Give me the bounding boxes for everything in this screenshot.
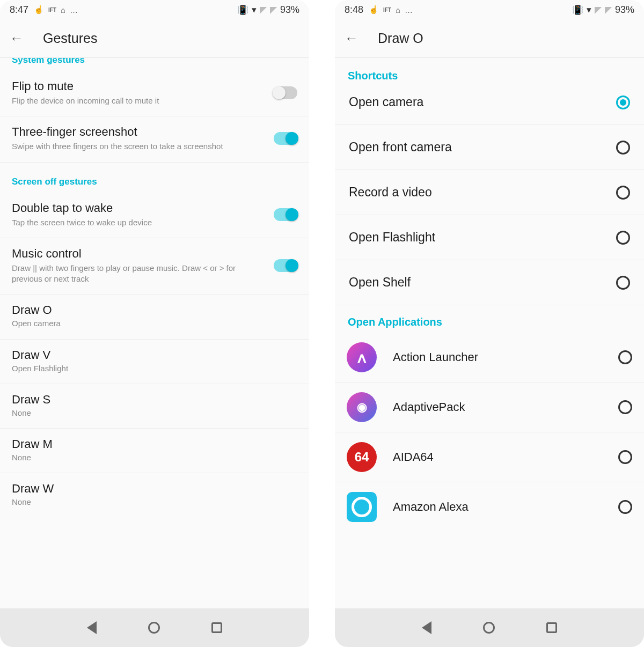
app-bar: ← Draw O (335, 19, 644, 58)
touch-icon: ☝ (369, 5, 379, 14)
shortcut-open-flashlight[interactable]: Open Flashlight (335, 215, 644, 260)
app-icon-aida64: 64 (347, 442, 377, 472)
row-subtitle: None (12, 497, 297, 508)
page-title: Gestures (43, 31, 97, 46)
touch-icon: ☝ (34, 5, 44, 14)
app-label: Action Launcher (393, 350, 609, 364)
home-icon: ⌂ (396, 5, 400, 14)
row-subtitle: Open camera (12, 318, 297, 329)
section-screen-off: Screen off gestures (0, 163, 309, 193)
row-music-control[interactable]: Music control Draw || with two fingers t… (0, 238, 309, 295)
nav-bar (335, 608, 644, 647)
app-aida64[interactable]: 64 AIDA64 (335, 432, 644, 482)
section-system-gestures: System gestures (0, 58, 309, 71)
radio[interactable] (616, 231, 630, 245)
page-title: Draw O (378, 31, 423, 46)
nav-recents-icon[interactable] (546, 622, 557, 633)
row-subtitle: Swipe with three fingers on the screen t… (12, 141, 264, 152)
status-bar: 8:47 ☝ IFT ⌂ … 📳 ▾ ◤ ◤ 93% (0, 0, 309, 19)
wifi-icon: ▾ (587, 4, 591, 16)
sim2-icon: ◤ (270, 4, 277, 16)
sim2-icon: ◤ (605, 4, 612, 16)
back-icon[interactable]: ← (10, 30, 24, 47)
radio[interactable] (616, 186, 630, 200)
nav-recents-icon[interactable] (211, 622, 222, 633)
content-scroll[interactable]: Shortcuts Open camera Open front camera … (335, 58, 644, 647)
radio[interactable] (618, 450, 632, 464)
more-icon: … (70, 5, 78, 14)
row-draw-m[interactable]: Draw M None (0, 429, 309, 473)
row-title: Flip to mute (12, 79, 264, 93)
row-title: Draw O (12, 303, 297, 317)
app-action-launcher[interactable]: ᴧ Action Launcher (335, 333, 644, 383)
sim1-icon: ◤ (260, 4, 267, 16)
row-subtitle: None (12, 408, 297, 418)
row-draw-o[interactable]: Draw O Open camera (0, 295, 309, 339)
app-label: AIDA64 (393, 450, 609, 464)
row-title: Draw S (12, 393, 297, 407)
section-shortcuts: Shortcuts (335, 58, 644, 87)
row-title: Draw M (12, 437, 297, 451)
radio[interactable] (616, 141, 630, 155)
more-icon: … (405, 5, 413, 14)
app-bar: ← Gestures (0, 19, 309, 58)
row-subtitle: Draw || with two fingers to play or paus… (12, 263, 264, 285)
shortcut-label: Record a video (349, 185, 616, 200)
status-time: 8:48 (345, 4, 363, 16)
nav-back-icon[interactable] (422, 621, 431, 634)
status-time: 8:47 (10, 4, 28, 16)
row-title: Double tap to wake (12, 201, 264, 215)
shortcut-open-shelf[interactable]: Open Shelf (335, 260, 644, 305)
row-subtitle: Flip the device on incoming call to mute… (12, 95, 264, 106)
nav-home-icon[interactable] (483, 622, 495, 634)
radio[interactable] (616, 276, 630, 290)
radio[interactable] (618, 500, 632, 514)
toggle-music[interactable] (274, 259, 297, 272)
row-draw-s[interactable]: Draw S None (0, 384, 309, 429)
radio[interactable] (618, 350, 632, 364)
nav-home-icon[interactable] (148, 622, 160, 634)
toggle-flip[interactable] (274, 86, 297, 99)
row-draw-w[interactable]: Draw W None (0, 473, 309, 517)
row-double-tap[interactable]: Double tap to wake Tap the screen twice … (0, 193, 309, 238)
app-adaptivepack[interactable]: ◉ AdaptivePack (335, 383, 644, 432)
shortcut-label: Open front camera (349, 140, 616, 155)
radio[interactable] (618, 400, 632, 414)
home-icon: ⌂ (61, 5, 65, 14)
shortcut-open-front-camera[interactable]: Open front camera (335, 125, 644, 170)
status-notif-icons: ☝ IFT ⌂ … (34, 5, 78, 14)
section-open-apps: Open Applications (335, 305, 644, 333)
radio-selected[interactable] (616, 95, 630, 109)
battery-text: 93% (280, 4, 299, 16)
toggle-three-finger[interactable] (274, 132, 297, 145)
row-subtitle: None (12, 452, 297, 463)
status-notif-icons: ☝ IFT ⌂ … (369, 5, 413, 14)
shortcut-label: Open Flashlight (349, 230, 616, 245)
shortcut-record-video[interactable]: Record a video (335, 170, 644, 215)
row-subtitle: Tap the screen twice to wake up device (12, 217, 264, 228)
app-label: Amazon Alexa (393, 500, 609, 514)
content-scroll[interactable]: System gestures Flip to mute Flip the de… (0, 58, 309, 647)
phone-draw-o: 8:48 ☝ IFT ⌂ … 📳 ▾ ◤ ◤ 93% ← Draw O Shor… (335, 0, 644, 647)
toggle-double-tap[interactable] (274, 208, 297, 221)
shortcut-open-camera[interactable]: Open camera (335, 87, 644, 125)
back-icon[interactable]: ← (345, 30, 358, 47)
row-flip-to-mute[interactable]: Flip to mute Flip the device on incoming… (0, 71, 309, 116)
app-label: AdaptivePack (393, 400, 609, 414)
row-draw-v[interactable]: Draw V Open Flashlight (0, 340, 309, 384)
nav-back-icon[interactable] (87, 621, 97, 634)
row-title: Draw V (12, 348, 297, 362)
app-icon-adaptivepack: ◉ (347, 392, 377, 422)
shortcut-label: Open camera (349, 95, 616, 109)
app-amazon-alexa[interactable]: Amazon Alexa (335, 482, 644, 532)
sim1-icon: ◤ (595, 4, 602, 16)
row-title: Music control (12, 247, 264, 261)
vibrate-icon: 📳 (237, 4, 248, 16)
row-subtitle: Open Flashlight (12, 363, 297, 374)
phone-gestures: 8:47 ☝ IFT ⌂ … 📳 ▾ ◤ ◤ 93% ← Gestures Sy… (0, 0, 309, 647)
wifi-icon: ▾ (252, 4, 257, 16)
row-three-finger[interactable]: Three-finger screenshot Swipe with three… (0, 116, 309, 162)
ift-icon: IFT (48, 7, 56, 13)
app-icon-alexa (347, 492, 377, 522)
nav-bar (0, 608, 309, 647)
